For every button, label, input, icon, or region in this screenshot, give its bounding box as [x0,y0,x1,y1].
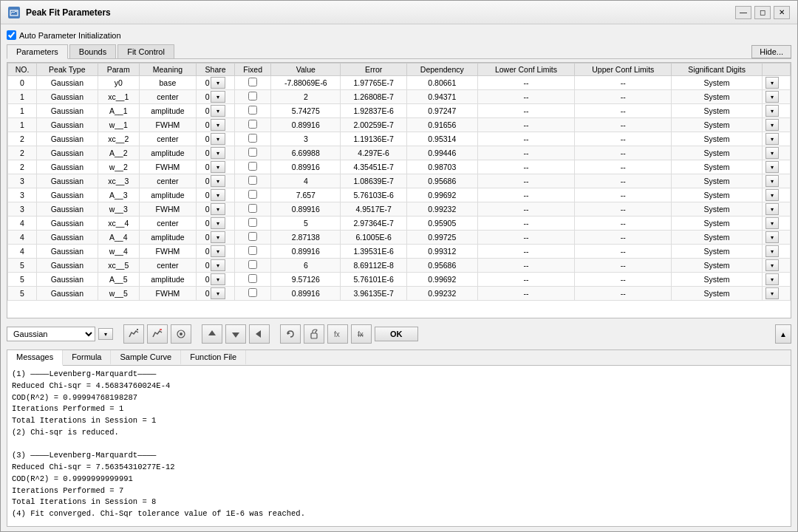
table-container[interactable]: NO. Peak Type Param Meaning Share Fixed … [7,63,791,318]
lock-button[interactable] [304,324,324,344]
fixed-checkbox[interactable] [248,106,257,115]
share-dropdown[interactable]: ▾ [211,245,225,257]
expand-button[interactable]: ▲ [775,324,791,344]
bottom-tab-function-file[interactable]: Function File [181,350,246,365]
move-left-button[interactable] [249,324,270,344]
fixed-checkbox[interactable] [248,288,257,297]
move-down-button[interactable] [225,324,246,344]
share-dropdown[interactable]: ▾ [211,175,225,187]
cell-lower: -- [477,188,574,202]
share-dropdown[interactable]: ▾ [211,287,225,299]
message-line: Iterations Performed = 1 [12,403,786,415]
fix-button[interactable]: fx [327,324,348,344]
tab-parameters[interactable]: Parameters [7,44,68,59]
share-value: 0 [205,78,210,87]
fixed-checkbox[interactable] [248,260,257,269]
cell-row-dropdown[interactable]: ▾ [762,90,790,104]
minimize-button[interactable]: — [735,6,751,19]
fixed-checkbox[interactable] [248,176,257,185]
fixed-checkbox[interactable] [248,120,257,129]
row-dropdown-btn[interactable]: ▾ [765,189,779,201]
cell-row-dropdown[interactable]: ▾ [762,202,790,216]
share-dropdown[interactable]: ▾ [211,91,225,103]
remove-peak-button[interactable] [147,324,168,344]
bottom-tab-messages[interactable]: Messages [7,350,63,366]
share-dropdown[interactable]: ▾ [211,259,225,271]
row-dropdown-btn[interactable]: ▾ [765,147,779,159]
cell-sig: System [672,202,762,216]
fixed-checkbox[interactable] [248,162,257,171]
row-dropdown-btn[interactable]: ▾ [765,287,779,299]
row-dropdown-btn[interactable]: ▾ [765,133,779,145]
cell-row-dropdown[interactable]: ▾ [762,174,790,188]
row-dropdown-btn[interactable]: ▾ [765,203,779,215]
cell-row-dropdown[interactable]: ▾ [762,287,790,301]
row-dropdown-btn[interactable]: ▾ [765,105,779,117]
auto-param-label: Auto Parameter Initialization [19,31,121,40]
cell-row-dropdown[interactable]: ▾ [762,273,790,287]
bottom-tab-formula[interactable]: Formula [63,350,111,365]
undo-button[interactable] [280,324,301,344]
cell-row-dropdown[interactable]: ▾ [762,76,790,90]
tab-fit-control[interactable]: Fit Control [117,44,174,58]
share-dropdown[interactable]: ▾ [211,203,225,215]
cell-row-dropdown[interactable]: ▾ [762,132,790,146]
share-dropdown[interactable]: ▾ [211,189,225,201]
message-area[interactable]: (1) ————Levenberg-Marquardt————Reduced C… [7,366,791,526]
fixed-checkbox[interactable] [248,274,257,283]
share-dropdown[interactable]: ▾ [211,77,225,89]
peak-type-select[interactable]: Gaussian Lorentzian Voigt [7,327,95,341]
share-dropdown[interactable]: ▾ [211,133,225,145]
unfix-button[interactable]: fx [351,324,372,344]
row-dropdown-btn[interactable]: ▾ [765,77,779,89]
type-dropdown-arrow[interactable]: ▾ [98,328,113,340]
fixed-checkbox[interactable] [248,232,257,241]
fixed-checkbox[interactable] [248,218,257,227]
fixed-checkbox[interactable] [248,134,257,143]
row-dropdown-btn[interactable]: ▾ [765,161,779,173]
cell-row-dropdown[interactable]: ▾ [762,146,790,160]
share-dropdown[interactable]: ▾ [211,273,225,285]
hide-button[interactable]: Hide... [751,45,791,58]
cell-row-dropdown[interactable]: ▾ [762,118,790,132]
row-dropdown-btn[interactable]: ▾ [765,245,779,257]
bottom-tab-sample-curve[interactable]: Sample Curve [111,350,181,365]
tab-bounds[interactable]: Bounds [69,44,116,58]
peak-options-button[interactable] [171,324,191,344]
cell-row-dropdown[interactable]: ▾ [762,245,790,259]
move-up-button[interactable] [202,324,222,344]
share-dropdown[interactable]: ▾ [211,161,225,173]
restore-button[interactable]: ◻ [754,6,771,19]
fixed-checkbox[interactable] [248,148,257,157]
cell-row-dropdown[interactable]: ▾ [762,160,790,174]
cell-row-dropdown[interactable]: ▾ [762,231,790,245]
row-dropdown-btn[interactable]: ▾ [765,119,779,131]
fixed-checkbox[interactable] [248,92,257,100]
cell-row-dropdown[interactable]: ▾ [762,216,790,231]
share-dropdown[interactable]: ▾ [211,105,225,117]
fixed-checkbox[interactable] [248,78,257,86]
share-dropdown[interactable]: ▾ [211,231,225,243]
fixed-checkbox[interactable] [248,204,257,213]
ok-button[interactable]: OK [375,327,418,341]
row-dropdown-btn[interactable]: ▾ [765,175,779,187]
row-dropdown-btn[interactable]: ▾ [765,273,779,285]
row-dropdown-btn[interactable]: ▾ [765,231,779,243]
row-dropdown-btn[interactable]: ▾ [765,217,779,229]
window-icon [8,7,20,18]
row-dropdown-btn[interactable]: ▾ [765,259,779,271]
cell-row-dropdown[interactable]: ▾ [762,259,790,273]
fixed-checkbox[interactable] [248,246,257,255]
share-dropdown[interactable]: ▾ [211,217,225,229]
share-dropdown[interactable]: ▾ [211,119,225,131]
cell-row-dropdown[interactable]: ▾ [762,104,790,118]
close-button[interactable]: ✕ [774,6,790,19]
auto-param-checkbox[interactable] [7,30,16,40]
cell-error: 4.297E-6 [341,146,406,160]
row-dropdown-btn[interactable]: ▾ [765,91,779,103]
share-dropdown[interactable]: ▾ [211,147,225,159]
cell-upper: -- [575,76,672,90]
cell-row-dropdown[interactable]: ▾ [762,188,790,202]
fixed-checkbox[interactable] [248,190,257,199]
add-peak-button[interactable] [123,324,144,344]
